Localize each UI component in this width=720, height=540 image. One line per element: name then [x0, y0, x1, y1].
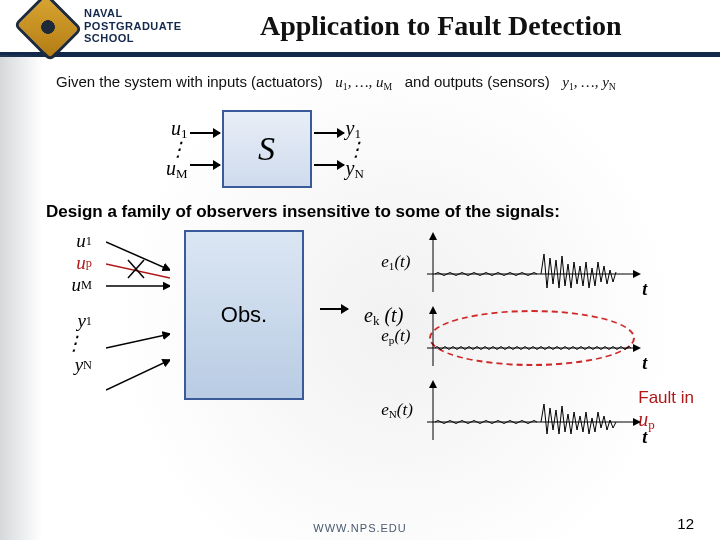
plot-ep: ep(t) t — [423, 304, 643, 372]
arrow-icon — [190, 164, 220, 166]
residual-plots: e1(t) t ep(t) — [423, 230, 643, 446]
institution-name: NAVAL POSTGRADUATE SCHOOL — [84, 7, 181, 45]
svg-marker-10 — [633, 270, 641, 278]
system-block-diagram: u1 ⋮ uM S y1 ⋮ yN — [166, 110, 688, 188]
plot-e1: e1(t) t — [423, 230, 643, 298]
observer-box: Obs. — [184, 230, 304, 400]
footer-url: WWW.NPS.EDU — [0, 522, 720, 534]
svg-line-6 — [106, 360, 170, 390]
arrow-icon — [320, 308, 348, 310]
system-box: S — [222, 110, 312, 188]
intro-line: Given the system with inputs (actuators)… — [56, 73, 688, 92]
arrow-icon — [190, 132, 220, 134]
plot-eN: eN(t) t — [423, 378, 643, 446]
svg-marker-14 — [633, 344, 641, 352]
arrow-icon — [314, 164, 344, 166]
slide-title: Application to Fault Detection — [181, 10, 720, 42]
svg-marker-18 — [633, 418, 641, 426]
header: NAVAL POSTGRADUATE SCHOOL Application to… — [0, 0, 720, 52]
connector-lines — [106, 230, 170, 400]
outputs-symbols: y1, …, yN — [562, 74, 616, 90]
inputs-symbols: u1, …, uM — [335, 74, 392, 90]
system-output-labels: y1 ⋮ yN — [346, 117, 366, 182]
page-number: 12 — [677, 515, 694, 532]
svg-marker-8 — [429, 232, 437, 240]
svg-marker-16 — [429, 380, 437, 388]
observer-input-labels: u1 up uM y1 ⋮ yN — [56, 230, 92, 376]
observer-diagram: u1 up uM y1 ⋮ yN Obs. ek (t) — [56, 230, 688, 446]
design-statement: Design a family of observers insensitive… — [46, 202, 688, 222]
arrow-icon — [314, 132, 344, 134]
svg-marker-12 — [429, 306, 437, 314]
system-input-labels: u1 ⋮ uM — [166, 117, 188, 182]
svg-line-5 — [106, 334, 170, 348]
